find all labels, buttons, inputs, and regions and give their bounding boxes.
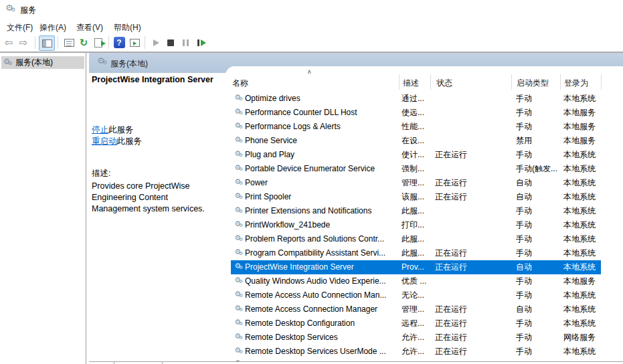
service-logon-cell: 本地系统 [563, 162, 601, 176]
service-desc-cell: 性能... [402, 120, 431, 134]
column-separator[interactable] [399, 74, 399, 90]
service-status-cell: 正在运行 [435, 260, 514, 274]
service-startup-cell: 手动 [516, 274, 563, 288]
service-desc-cell: 优质 ... [402, 274, 431, 288]
console-tree-pane: 服务(本地) [0, 53, 86, 364]
service-name-cell: PrintWorkflow_241bede [245, 218, 396, 232]
column-separator[interactable] [601, 74, 602, 90]
toolbar-separator [58, 36, 58, 49]
table-row[interactable]: Performance Counter DLL Host 使远... 手动 本地… [231, 106, 601, 120]
service-gear-icon [234, 108, 244, 117]
service-status-cell [435, 120, 514, 134]
table-row[interactable]: Program Compatibility Assistant Servi...… [231, 246, 601, 260]
restart-service-line: 重启动此服务 [92, 136, 142, 147]
taskpad-info-panel: ProjectWise Integration Server 停止此服务 重启动… [89, 73, 226, 364]
service-status-cell [435, 288, 514, 302]
menu-view[interactable]: 查看(V) [74, 21, 106, 34]
service-desc-cell: 打印... [402, 218, 431, 232]
service-status-cell: 正在运行 [435, 345, 514, 359]
toolbar-separator [145, 36, 145, 49]
services-app-icon [5, 4, 16, 15]
description-line: Management system services. [92, 204, 224, 213]
table-row[interactable]: Print Spooler 该服... 正在运行 自动 本地系统 [231, 190, 601, 204]
service-startup-cell: 自动 [516, 302, 563, 316]
table-row[interactable]: Portable Device Enumerator Service 强制...… [231, 162, 601, 176]
restart-service-icon[interactable] [194, 35, 209, 50]
tree-item-services-local[interactable]: 服务(本地) [1, 56, 84, 69]
refresh-icon[interactable]: ↻ [76, 35, 91, 50]
stop-service-icon[interactable] [163, 35, 178, 50]
show-console-tree-icon[interactable] [39, 35, 55, 51]
service-name-cell: Printer Extensions and Notifications [245, 204, 396, 218]
service-desc-cell: 此服... [402, 204, 431, 218]
restart-service-link[interactable]: 重启动 [92, 136, 117, 146]
table-row[interactable]: Quality Windows Audio Video Experie... 优… [231, 274, 601, 288]
table-row[interactable]: Problem Reports and Solutions Contr... 此… [231, 232, 601, 246]
column-header-name[interactable]: 名称 [232, 78, 248, 89]
table-row[interactable]: PrintWorkflow_241bede 打印... 手动 本地系统 [231, 218, 601, 232]
table-row[interactable]: ProjectWise Integration Server Prov... 正… [231, 260, 601, 274]
stop-service-link[interactable]: 停止 [92, 125, 108, 134]
table-row[interactable]: Remote Access Auto Connection Man... 无论.… [231, 288, 601, 302]
services-gear-icon [3, 58, 13, 68]
service-name-cell: Phone Service [245, 134, 396, 148]
service-startup-cell: 手动 [516, 232, 563, 246]
menu-help[interactable]: 帮助(H) [111, 21, 144, 34]
table-row[interactable]: Optimize drives 通过... 手动 本地系统 [231, 92, 601, 106]
table-row[interactable]: Remote Desktop Configuration 远程... 正在运行 … [231, 316, 601, 331]
table-row[interactable]: Phone Service 在设... 禁用 本地服务 [231, 134, 601, 148]
column-header-status[interactable]: 状态 [436, 78, 452, 89]
column-separator[interactable] [511, 74, 512, 90]
service-logon-cell: 本地系统 [563, 246, 601, 260]
properties-icon[interactable] [62, 35, 76, 50]
table-row[interactable]: Remote Desktop Services 允许... 正在运行 手动 网络… [231, 331, 601, 345]
service-name-cell: Remote Access Auto Connection Man... [245, 288, 396, 302]
pause-service-icon[interactable] [178, 35, 193, 50]
list-header: ∧ 名称 描述 状态 启动类型 登录为 [226, 66, 623, 92]
column-header-logon[interactable]: 登录为 [564, 78, 588, 89]
back-icon[interactable]: ⇦ [1, 35, 16, 50]
service-gear-icon [234, 122, 244, 131]
service-gear-icon [234, 318, 244, 328]
description-label: 描述: [92, 168, 110, 179]
table-row[interactable]: Remote Access Connection Manager 管理... 正… [231, 302, 601, 316]
service-status-cell: 正在运行 [435, 148, 514, 162]
service-gear-icon [234, 220, 244, 230]
service-desc-cell: 此服... [402, 246, 431, 260]
service-desc-cell: 使远... [402, 106, 431, 120]
service-startup-cell: 手动(触发... [516, 162, 563, 176]
table-row[interactable]: Plug and Play 使计... 正在运行 手动 本地系统 [231, 148, 601, 162]
service-name-cell: Print Spooler [245, 190, 396, 204]
table-row[interactable]: Power 管理... 正在运行 自动 本地系统 [231, 176, 601, 190]
menu-action[interactable]: 操作(A) [37, 21, 69, 34]
description-line: Engineering Content [92, 193, 224, 202]
export-list-icon[interactable] [91, 35, 106, 50]
column-separator[interactable] [560, 74, 561, 90]
show-action-pane-icon[interactable] [127, 35, 142, 50]
taskpad-header-label: 服务(本地) [110, 58, 148, 70]
table-row[interactable]: Remote Desktop Services UserMode ... 允许.… [231, 345, 601, 359]
table-row[interactable]: Printer Extensions and Notifications 此服.… [231, 204, 601, 218]
service-startup-cell: 手动 [516, 92, 563, 106]
service-logon-cell: 本地服务 [563, 106, 601, 120]
toolbar-separator [35, 36, 35, 49]
column-header-desc[interactable]: 描述 [403, 78, 419, 89]
service-gear-icon [234, 178, 244, 187]
description-line: Provides core ProjectWise [92, 181, 224, 191]
column-separator[interactable] [430, 74, 431, 90]
service-startup-cell: 手动 [516, 120, 563, 134]
start-service-icon[interactable] [149, 35, 163, 50]
forward-icon[interactable]: ⇨ [16, 35, 31, 50]
service-status-cell [435, 204, 514, 218]
stop-service-line: 停止此服务 [92, 124, 134, 136]
help-icon[interactable]: ? [112, 35, 126, 50]
service-status-cell: 正在运行 [435, 246, 514, 260]
menu-file[interactable]: 文件(F) [4, 21, 35, 34]
column-header-startup[interactable]: 启动类型 [517, 78, 549, 89]
table-row[interactable]: Performance Logs & Alerts 性能... 手动 本地服务 [231, 120, 601, 134]
toolbar-separator [108, 36, 109, 49]
service-status-cell: 正在运行 [435, 331, 514, 345]
service-desc-cell: 在设... [402, 134, 431, 148]
menu-bar: 文件(F) 操作(A) 查看(V) 帮助(H) [0, 18, 623, 33]
service-desc-cell: 管理... [402, 176, 431, 190]
